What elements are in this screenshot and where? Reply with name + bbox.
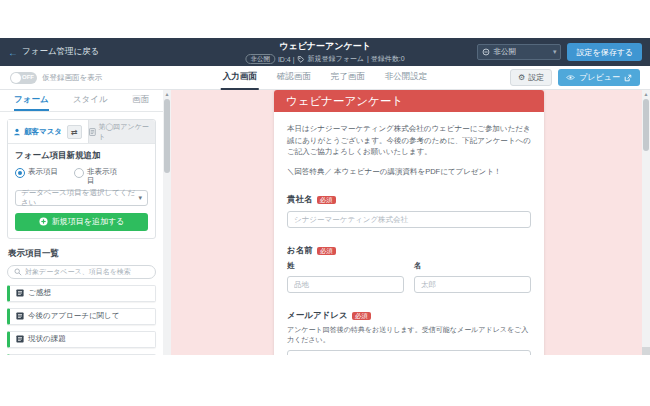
chevron-down-icon: ▾: [138, 194, 142, 202]
field-add-panel-body: フォーム項目新規追加 表示項目 非表示項目: [8, 144, 155, 238]
name-field-label-row: お名前 必須: [287, 245, 531, 257]
field-card-impressions[interactable]: ご感想: [7, 285, 156, 302]
scroll-up-arrow[interactable]: ▲: [163, 90, 171, 98]
form-doc-icon: [89, 128, 96, 136]
sidebar-scrollbar[interactable]: ▲: [163, 90, 171, 355]
required-badge: 必須: [352, 312, 371, 321]
field-card-future-approach[interactable]: 今後のアプローチに関して: [7, 308, 156, 325]
sidebar-inner: フォーム スタイル 画面 顧客マスタ ⇄: [0, 90, 163, 355]
visibility-select[interactable]: 非公開 ▾: [477, 44, 561, 60]
radio-hide-label: 非表示項目: [87, 167, 121, 186]
sidebar-tab-screen[interactable]: 画面: [132, 90, 149, 111]
tab-private-settings[interactable]: 非公開設定: [383, 66, 430, 90]
sidebar: フォーム スタイル 画面 顧客マスタ ⇄: [0, 90, 171, 355]
radio-show-control[interactable]: [15, 168, 25, 178]
field-card-your-position[interactable]: あなたのお立場: [7, 354, 156, 355]
visibility-value: 非公開: [493, 47, 516, 57]
provisional-toggle-group: OFF 仮登録画面を表示: [10, 72, 102, 84]
field-card-current-issues[interactable]: 現状の課題: [7, 331, 156, 348]
first-name-input[interactable]: [414, 276, 531, 293]
eye-icon: [566, 74, 575, 81]
source-tab-customer-master[interactable]: 顧客マスタ ⇄: [8, 120, 88, 143]
required-badge: 必須: [317, 247, 336, 256]
email-field-label: メールアドレス: [287, 310, 348, 322]
visible-fields-title: 表示項目一覧: [8, 248, 155, 260]
name-inputs-row: 姓 名: [287, 261, 531, 293]
back-label: フォーム管理に戻る: [22, 46, 100, 58]
scrollbar-thumb[interactable]: [643, 99, 649, 151]
source-tab-label: 第◯回アンケート: [99, 122, 155, 142]
scroll-down-arrow[interactable]: [642, 347, 650, 355]
scroll-up-arrow[interactable]: ▲: [642, 90, 650, 98]
db-field-select[interactable]: データベース項目を選択してください ▾: [15, 190, 148, 206]
form-preview-area: ウェビナーアンケート 本日はシナジーマーケティング株式会社のウェビナーにご参加い…: [171, 90, 650, 355]
intro-text: 本日はシナジーマーケティング株式会社のウェビナーにご参加いただき誠にありがとうご…: [287, 123, 531, 158]
radio-hide-control[interactable]: [74, 168, 84, 178]
sidebar-tab-form[interactable]: フォーム: [14, 90, 49, 111]
email-field-label-row: メールアドレス 必須: [287, 310, 531, 322]
email-input[interactable]: [287, 350, 531, 355]
last-name-input[interactable]: [287, 276, 404, 293]
back-to-form-management-link[interactable]: ← フォーム管理に戻る: [8, 46, 100, 58]
sidebar-tabs: フォーム スタイル 画面: [0, 90, 163, 112]
field-search-input[interactable]: [25, 268, 149, 275]
save-settings-button[interactable]: 設定を保存する: [567, 43, 642, 61]
form-meta: 非公開 ID:4 | 新規登録フォーム | 登録件数:0: [245, 54, 404, 64]
toolbar-right: ⚙ 設定 プレビュー: [510, 69, 640, 86]
field-search-box: [7, 265, 156, 279]
company-input[interactable]: [287, 211, 531, 228]
provisional-screen-toggle[interactable]: OFF: [10, 72, 37, 84]
gear-icon: ⚙: [518, 73, 525, 82]
tab-input-screen[interactable]: 入力画面: [221, 66, 259, 90]
company-field-label: 貴社名: [287, 194, 313, 206]
db-select-placeholder: データベース項目を選択してください: [21, 188, 138, 208]
display-type-radios: 表示項目 非表示項目: [15, 167, 148, 186]
settings-label: 設定: [528, 72, 544, 83]
preview-label: プレビュー: [579, 72, 620, 83]
tab-confirm-screen[interactable]: 確認画面: [275, 66, 313, 90]
sidebar-tab-style[interactable]: スタイル: [73, 90, 108, 111]
settings-button[interactable]: ⚙ 設定: [510, 69, 552, 86]
add-field-button[interactable]: 新規項目を追加する: [15, 213, 148, 231]
form-builder-app: ← フォーム管理に戻る ウェビナーアンケート 非公開 ID:4 | 新規登録フォ…: [0, 38, 650, 355]
radio-show-item[interactable]: 表示項目: [15, 167, 62, 186]
first-name-label: 名: [414, 261, 531, 271]
field-card-label: 現状の課題: [28, 334, 66, 344]
tag-icon: [298, 56, 305, 63]
source-tab-survey[interactable]: 第◯回アンケート: [88, 120, 155, 143]
company-field-label-row: 貴社名 必須: [287, 194, 531, 206]
required-badge: 必須: [317, 196, 336, 205]
preview-scrollbar[interactable]: ▲: [642, 90, 650, 355]
form-body: 本日はシナジーマーケティング株式会社のウェビナーにご参加いただき誠にありがとうご…: [274, 112, 544, 355]
status-badge: 非公開: [245, 54, 275, 64]
toggle-text-label: 仮登録画面を表示: [42, 73, 102, 83]
form-header-bar: ウェビナーアンケート: [274, 90, 544, 112]
add-field-label: 新規項目を追加する: [52, 216, 125, 227]
field-card-label: ご感想: [28, 288, 51, 298]
person-icon: [13, 128, 21, 136]
navbar-center: ウェビナーアンケート 非公開 ID:4 | 新規登録フォーム | 登録件数:0: [245, 38, 404, 66]
preview-button[interactable]: プレビュー: [558, 69, 640, 86]
form-paper: ウェビナーアンケート 本日はシナジーマーケティング株式会社のウェビナーにご参加い…: [274, 90, 544, 355]
name-field-label: お名前: [287, 245, 313, 257]
registration-count: | 登録件数:0: [367, 54, 405, 64]
last-name-col: 姓: [287, 261, 404, 293]
scrollbar-thumb[interactable]: [164, 99, 170, 173]
screen-tabs: 入力画面 確認画面 完了画面 非公開設定: [221, 66, 430, 90]
add-section-title: フォーム項目新規追加: [15, 150, 148, 162]
content-area: フォーム スタイル 画面 顧客マスタ ⇄: [0, 90, 650, 355]
form-type: 新規登録フォーム: [308, 54, 365, 64]
browser-canvas: ← フォーム管理に戻る ウェビナーアンケート 非公開 ID:4 | 新規登録フォ…: [0, 0, 650, 406]
first-name-col: 名: [414, 261, 531, 293]
radio-hide-item[interactable]: 非表示項目: [74, 167, 121, 186]
field-type-icon: [16, 312, 24, 320]
swap-database-button[interactable]: ⇄: [67, 125, 82, 139]
top-navbar: ← フォーム管理に戻る ウェビナーアンケート 非公開 ID:4 | 新規登録フォ…: [0, 38, 650, 66]
field-card-label: 今後のアプローチに関して: [28, 311, 119, 321]
last-name-label: 姓: [287, 261, 404, 271]
plus-circle-icon: [39, 217, 48, 226]
back-arrow-icon: ←: [8, 47, 18, 58]
visible-field-list: ご感想 今後のアプローチに関して 現状の課題 あなたのお立場: [7, 285, 156, 355]
tab-complete-screen[interactable]: 完了画面: [329, 66, 367, 90]
field-type-icon: [16, 335, 24, 343]
